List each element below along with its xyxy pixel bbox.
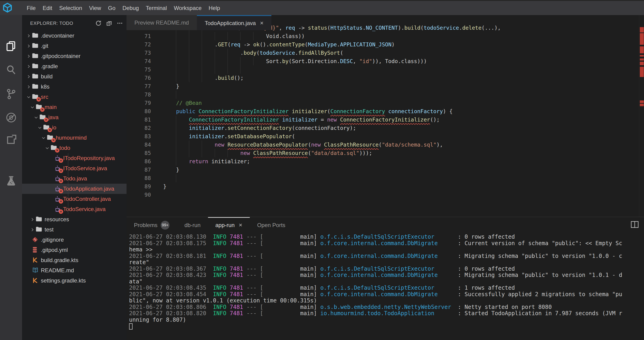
close-icon[interactable]: × <box>239 222 242 229</box>
folder-icon: ✕ <box>40 114 47 121</box>
sidebar-item-gitpod-yml[interactable]: .gitpod.yml <box>22 245 126 255</box>
plugins-icon[interactable] <box>5 133 18 146</box>
sidebar-item-humourmind[interactable]: ✕humourmind <box>22 133 126 143</box>
menu-go[interactable]: Go <box>104 1 119 15</box>
menu-debug[interactable]: Debug <box>119 1 142 15</box>
sidebar-item-gitpodcontainer[interactable]: .gitpodcontainer <box>22 51 126 61</box>
menu-edit[interactable]: Edit <box>39 1 56 15</box>
sidebar-item-src[interactable]: ✕src <box>22 92 126 102</box>
indent-guide <box>202 57 202 65</box>
sidebar-item-itodoservice-java[interactable]: ✕ITodoService.java <box>22 163 126 173</box>
indent-guide <box>202 40 202 49</box>
collapse-folders-icon[interactable] <box>105 19 113 27</box>
files-icon[interactable] <box>5 40 18 53</box>
chevron-down-icon[interactable] <box>40 135 47 141</box>
terminal-app-run[interactable]: 2021-06-27 02:03:08.130 INFO 7481 --- [ … <box>129 234 622 330</box>
test-flask-icon[interactable] <box>5 175 18 188</box>
error-badge: ✕ <box>59 179 63 183</box>
more-actions-icon[interactable] <box>116 19 124 27</box>
sidebar-item-itodorepository-java[interactable]: ✕ITodoRepository.java <box>22 153 126 163</box>
indent-guide <box>176 141 176 149</box>
chevron-right-icon[interactable] <box>25 53 32 59</box>
sidebar-item-test[interactable]: test <box>22 225 126 235</box>
chevron-right-icon[interactable] <box>29 227 36 232</box>
code-text: .body(todoService.findAllBySort( <box>163 49 639 57</box>
sidebar-item-todoapplication-java[interactable]: ✕TodoApplication.java <box>22 184 126 194</box>
token: ClassPathResource <box>324 142 378 148</box>
error-mark <box>640 27 644 32</box>
line-number: 76 <box>126 75 151 81</box>
sidebar-item-todocontroller-java[interactable]: ✕TodoController.java <box>22 194 126 204</box>
panel-tab-open-ports[interactable]: Open Ports <box>250 217 293 232</box>
sidebar-item-git[interactable]: .git <box>22 41 126 51</box>
chevron-right-icon[interactable] <box>25 33 32 38</box>
sidebar-item-gradle[interactable]: .gradle <box>22 61 126 71</box>
chevron-right-icon[interactable] <box>29 217 36 222</box>
chevron-down-icon[interactable] <box>44 145 50 151</box>
chevron-right-icon[interactable] <box>25 43 32 49</box>
menu-view[interactable]: View <box>86 1 105 15</box>
sidebar-item-io[interactable]: ✕io <box>22 122 126 133</box>
sidebar-item-settings-gradle-kts[interactable]: settings.gradle.kts <box>22 276 126 286</box>
chevron-down-icon[interactable] <box>32 115 40 120</box>
sidebar-item-gitignore[interactable]: .gitignore <box>22 235 126 245</box>
sidebar-item-todo[interactable]: ✕todo <box>22 143 126 153</box>
chevron-down-icon[interactable] <box>36 125 43 130</box>
line-number: 88 <box>126 175 151 181</box>
panel-tab-app-run[interactable]: app-run× <box>208 217 250 232</box>
token: ( <box>228 41 231 47</box>
sidebar-item-k8s[interactable]: k8s <box>22 82 126 92</box>
sidebar-item-readme-md[interactable]: README.md <box>22 265 126 276</box>
sidebar-item-java[interactable]: ✕java <box>22 112 126 122</box>
debug-disabled-icon[interactable] <box>5 111 18 124</box>
chevron-right-icon[interactable] <box>25 74 32 79</box>
error-badge: ✕ <box>59 199 63 204</box>
indent-guide <box>176 132 176 141</box>
log-segment: --- [ <box>243 310 263 317</box>
panel-tab-db-run[interactable]: db-run <box>177 217 208 232</box>
chevron-right-icon[interactable] <box>25 63 32 69</box>
sidebar-item-build[interactable]: build <box>22 71 126 82</box>
indent-guide <box>176 74 176 82</box>
log-segment <box>206 240 213 247</box>
item-label: src <box>41 94 48 100</box>
refresh-icon[interactable] <box>94 19 102 27</box>
menu-file[interactable]: File <box>23 1 39 15</box>
folder-icon <box>36 226 44 233</box>
tab-todoapplication-java[interactable]: TodoApplication.java× <box>197 15 272 30</box>
panel-tab-problems[interactable]: Problems99+ <box>126 217 177 232</box>
log-segment: ata" <box>129 278 142 285</box>
menu-help[interactable]: Help <box>205 1 223 15</box>
sidebar-item-devcontainer[interactable]: .devcontainer <box>22 31 126 41</box>
overview-ruler-scrollbar[interactable] <box>639 15 644 217</box>
tab-preview-readme-md[interactable]: Preview README.md <box>126 15 197 30</box>
error-badge: ✕ <box>59 169 63 173</box>
indent-guide <box>228 57 228 65</box>
log-line: blic", now at version v1.0.1 (execution … <box>129 298 622 304</box>
bottom-panel: Problems99+db-runapp-run×Open Ports 2021… <box>126 217 644 340</box>
indent-guide <box>189 149 189 157</box>
error-badge: ✕ <box>59 209 63 214</box>
source-control-icon[interactable] <box>5 87 18 100</box>
close-icon[interactable]: × <box>260 19 264 27</box>
chevron-right-icon[interactable] <box>25 84 32 89</box>
line-number: 90 <box>126 192 151 198</box>
sidebar-item-resources[interactable]: resources <box>22 214 126 225</box>
log-segment: main] <box>300 310 320 317</box>
code-editor[interactable]: 70 .DELETE("/todo/{id}", req -> status(H… <box>126 15 639 217</box>
indent-guide <box>215 65 215 74</box>
sidebar-item-todoservice-java[interactable]: ✕TodoService.java <box>22 204 126 214</box>
log-segment <box>206 272 213 278</box>
chevron-down-icon[interactable] <box>25 94 32 100</box>
token: . <box>215 41 218 47</box>
sidebar-item-build-gradle-kts[interactable]: build.gradle.kts <box>22 255 126 265</box>
menu-workspace[interactable]: Workspace <box>170 1 205 15</box>
sidebar-item-main[interactable]: ✕main <box>22 102 126 112</box>
menu-selection[interactable]: Selection <box>56 1 86 15</box>
chevron-down-icon[interactable] <box>29 104 36 110</box>
indent-guide <box>202 49 202 57</box>
menu-terminal[interactable]: Terminal <box>142 1 170 15</box>
split-panel-icon[interactable] <box>630 221 639 228</box>
search-icon[interactable] <box>5 63 18 76</box>
sidebar-item-todo-java[interactable]: ✕Todo.java <box>22 173 126 184</box>
